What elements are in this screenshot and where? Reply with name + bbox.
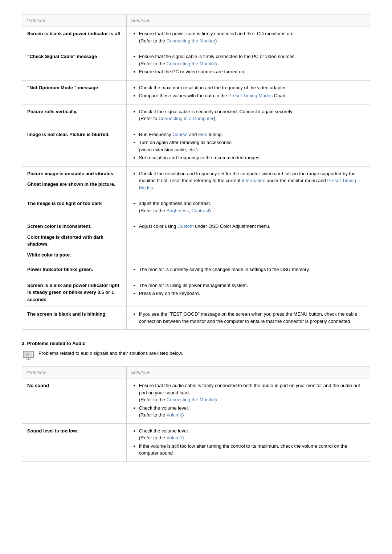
problem-cell: Power Indicator blinks green. — [22, 262, 127, 278]
note-text: Problems related to audio signals and th… — [38, 349, 183, 356]
problems-table-2: Problems Solutions No soundEnsure that t… — [22, 366, 370, 462]
note-icon — [22, 349, 35, 362]
problem-cell: Sound level is too low. — [22, 423, 127, 461]
problem-cell: "Check Signal Cable" message — [22, 49, 127, 81]
solution-cell: Check the volume level.(Refer to the Vol… — [126, 423, 370, 461]
solution-cell: Ensure that the signal cable is firmly c… — [126, 49, 370, 81]
problem-cell: The image is too light or too dark — [22, 196, 127, 219]
solution-cell: The monitor is currently saving the chan… — [126, 262, 370, 278]
solution-cell: The monitor is using its power managemen… — [126, 278, 370, 307]
problem-cell: "Not Optimum Mode " message — [22, 80, 127, 104]
table-row: Power Indicator blinks green.The monitor… — [22, 262, 370, 278]
table-row: The image is too light or too darkadjust… — [22, 196, 370, 219]
table-row: Screen is blank and power indicator is o… — [22, 26, 370, 49]
problems-table-1: Problems Solutions Screen is blank and p… — [22, 15, 370, 330]
problem-cell: No sound — [22, 378, 127, 424]
table-row: No soundEnsure that the audio cable is f… — [22, 378, 370, 424]
table-row: "Not Optimum Mode " messageCheck the max… — [22, 80, 370, 104]
table-row: Sound level is too low.Check the volume … — [22, 423, 370, 461]
solution-cell: Check the maximum resolution and the fre… — [126, 80, 370, 104]
section2-title: 3. Problems related to Audio — [22, 341, 370, 346]
table1-col2-header: Solutions — [126, 15, 370, 26]
table-row: "Check Signal Cable" messageEnsure that … — [22, 49, 370, 81]
table-row: Screen color is inconsistent.Color image… — [22, 219, 370, 262]
problem-cell: Picture rolls vertically. — [22, 104, 127, 127]
problem-cell: The screen is blank and is blinking. — [22, 307, 127, 330]
solution-cell: Adjust color using Custom under OSD Colo… — [126, 219, 370, 262]
solution-cell: Ensure that the power cord is firmly con… — [126, 26, 370, 49]
problem-cell: Screen color is inconsistent.Color image… — [22, 219, 127, 262]
solution-cell: adjust the brightness and contrast.(Refe… — [126, 196, 370, 219]
table-row: The screen is blank and is blinking.If y… — [22, 307, 370, 330]
solution-cell: Ensure that the audio cable is firmly co… — [126, 378, 370, 424]
table2-col2-header: Solutions — [126, 367, 370, 378]
problem-cell: Image is not clear. Picture is blurred. — [22, 127, 127, 166]
table-row: Picture rolls vertically.Check if the si… — [22, 104, 370, 127]
problem-cell: Screen is blank and power indicator ligh… — [22, 278, 127, 307]
solution-cell: Check if the signal cable is securely co… — [126, 104, 370, 127]
table2-col1-header: Problems — [22, 367, 127, 378]
table-row: Image is not clear. Picture is blurred.R… — [22, 127, 370, 166]
note-box: Problems related to audio signals and th… — [22, 349, 370, 362]
solution-cell: If you see the "TEST GOOD" message on th… — [126, 307, 370, 330]
solution-cell: Run Frequency Coarse and Fine tuning.Tur… — [126, 127, 370, 166]
table-row: Picture image is unstable and vibrates.G… — [22, 166, 370, 196]
problem-cell: Screen is blank and power indicator is o… — [22, 26, 127, 49]
table-row: Screen is blank and power indicator ligh… — [22, 278, 370, 307]
table1-col1-header: Problems — [22, 15, 127, 26]
solution-cell: Check if the resolution and frequency se… — [126, 166, 370, 196]
problem-cell: Picture image is unstable and vibrates.G… — [22, 166, 127, 196]
